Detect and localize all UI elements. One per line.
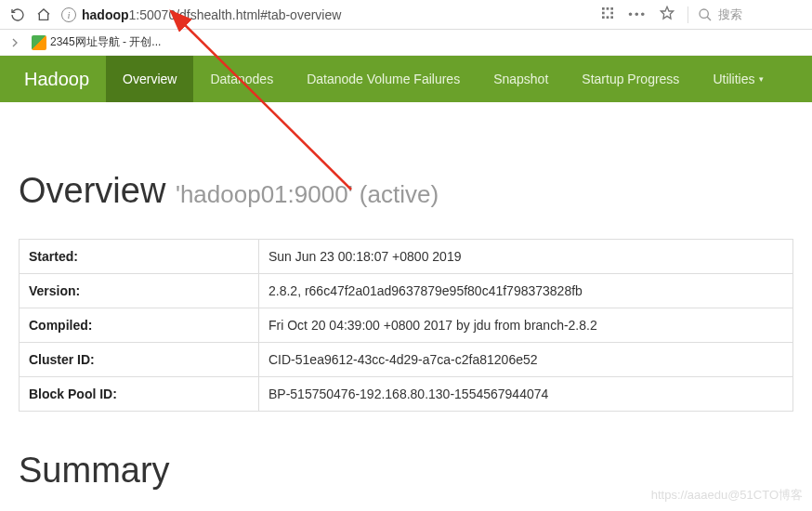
table-row: Started:Sun Jun 23 00:18:07 +0800 2019 xyxy=(20,240,793,274)
search-box[interactable]: 搜索 xyxy=(688,7,799,23)
watermark: https://aaaedu@51CTO博客 xyxy=(651,487,803,504)
svg-rect-5 xyxy=(602,16,605,19)
svg-rect-6 xyxy=(607,16,609,19)
svg-line-10 xyxy=(707,17,711,20)
title-prefix: Overview xyxy=(19,171,176,210)
tab-startup-progress[interactable]: Startup Progress xyxy=(565,56,696,102)
more-icon[interactable]: ••• xyxy=(628,7,647,21)
summary-title: Summary xyxy=(19,451,793,491)
bookmark-chevron-icon[interactable] xyxy=(6,31,24,55)
browser-toolbar: i hadoop1:50070/dfshealth.html#tab-overv… xyxy=(0,0,812,30)
tab-snapshot[interactable]: Snapshot xyxy=(477,56,565,102)
search-icon xyxy=(698,7,713,22)
svg-rect-1 xyxy=(607,7,609,10)
table-row: Cluster ID:CID-51ea9612-43cc-4d29-a7ca-c… xyxy=(20,343,793,377)
title-sub: 'hadoop01:9000' (active) xyxy=(176,180,439,208)
row-label: Compiled: xyxy=(20,308,259,343)
svg-marker-8 xyxy=(661,7,673,19)
row-value: CID-51ea9612-43cc-4d29-a7ca-c2fa81206e52 xyxy=(259,343,793,377)
table-row: Block Pool ID:BP-515750476-192.168.80.13… xyxy=(20,377,793,412)
tab-datanode-volume-failures[interactable]: Datanode Volume Failures xyxy=(290,56,477,102)
reload-button[interactable] xyxy=(6,3,30,27)
svg-point-9 xyxy=(700,9,708,18)
row-value: Fri Oct 20 04:39:00 +0800 2017 by jdu fr… xyxy=(259,308,793,343)
svg-rect-7 xyxy=(611,16,614,19)
chevron-down-icon: ▾ xyxy=(759,74,764,84)
svg-rect-0 xyxy=(602,7,605,10)
navbar: Hadoop Overview Datanodes Datanode Volum… xyxy=(0,56,812,102)
row-label: Started: xyxy=(20,240,259,274)
svg-rect-3 xyxy=(602,12,605,15)
svg-rect-4 xyxy=(611,12,614,15)
site-info-icon[interactable]: i xyxy=(61,7,76,22)
brand[interactable]: Hadoop xyxy=(7,56,106,102)
tab-utilities-label: Utilities xyxy=(713,72,754,86)
row-label: Cluster ID: xyxy=(20,343,259,377)
address-bar[interactable]: i hadoop1:50070/dfshealth.html#tab-overv… xyxy=(58,7,600,22)
row-label: Block Pool ID: xyxy=(20,377,259,412)
url-text: hadoop1:50070/dfshealth.html#tab-overvie… xyxy=(82,7,341,22)
search-placeholder: 搜索 xyxy=(718,7,742,23)
row-value: BP-515750476-192.168.80.130-155456794407… xyxy=(259,377,793,412)
tab-overview[interactable]: Overview xyxy=(106,56,193,102)
page-title: Overview 'hadoop01:9000' (active) xyxy=(19,171,793,211)
row-value: 2.8.2, r66c47f2a01ad9637879e95f80c41f798… xyxy=(259,274,793,308)
bookmark-item-2345[interactable]: 2345网址导航 - 开创... xyxy=(26,33,166,52)
address-actions: ••• 搜索 xyxy=(600,6,806,23)
row-label: Version: xyxy=(20,274,259,308)
svg-rect-2 xyxy=(611,7,614,10)
home-button[interactable] xyxy=(32,3,56,27)
bookmark-bar: 2345网址导航 - 开创... xyxy=(0,30,812,56)
qr-icon[interactable] xyxy=(600,6,615,23)
page-content: Overview 'hadoop01:9000' (active) Starte… xyxy=(0,102,812,491)
tab-datanodes[interactable]: Datanodes xyxy=(193,56,290,102)
bookmark-star-icon[interactable] xyxy=(660,6,674,23)
row-value: Sun Jun 23 00:18:07 +0800 2019 xyxy=(259,240,793,274)
bookmark-label: 2345网址导航 - 开创... xyxy=(50,34,161,50)
tab-utilities[interactable]: Utilities ▾ xyxy=(696,56,779,102)
overview-table: Started:Sun Jun 23 00:18:07 +0800 2019 V… xyxy=(19,239,793,412)
bookmark-favicon-icon xyxy=(32,35,46,50)
table-row: Version:2.8.2, r66c47f2a01ad9637879e95f8… xyxy=(20,274,793,308)
table-row: Compiled:Fri Oct 20 04:39:00 +0800 2017 … xyxy=(20,308,793,343)
